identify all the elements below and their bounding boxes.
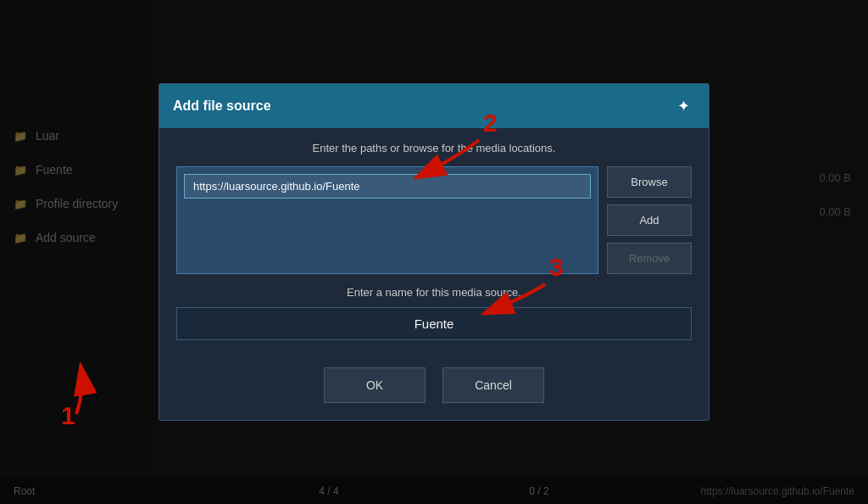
ok-button[interactable]: OK [324,367,426,403]
dialog-footer: OK Cancel [159,354,709,420]
dialog-backdrop: Add file source ✦ Enter the paths or bro… [0,0,868,504]
dialog-title: Add file source [173,98,271,114]
dialog-instruction-1: Enter the paths or browse for the media … [176,142,692,154]
add-file-source-dialog: Add file source ✦ Enter the paths or bro… [159,83,709,421]
kodi-icon: ✦ [671,94,695,118]
cancel-button[interactable]: Cancel [442,367,544,403]
url-input-area [176,166,598,274]
add-button[interactable]: Add [607,204,692,236]
source-name-input[interactable] [176,307,692,340]
dialog-instruction-2: Enter a name for this media source. [176,286,692,299]
dialog-header: Add file source ✦ [159,84,709,128]
url-buttons: Browse Add Remove [607,166,692,274]
url-input[interactable] [184,174,591,199]
url-row: Browse Add Remove [176,166,692,274]
remove-button[interactable]: Remove [607,243,692,274]
browse-button[interactable]: Browse [607,166,692,198]
dialog-body: Enter the paths or browse for the media … [159,128,709,354]
